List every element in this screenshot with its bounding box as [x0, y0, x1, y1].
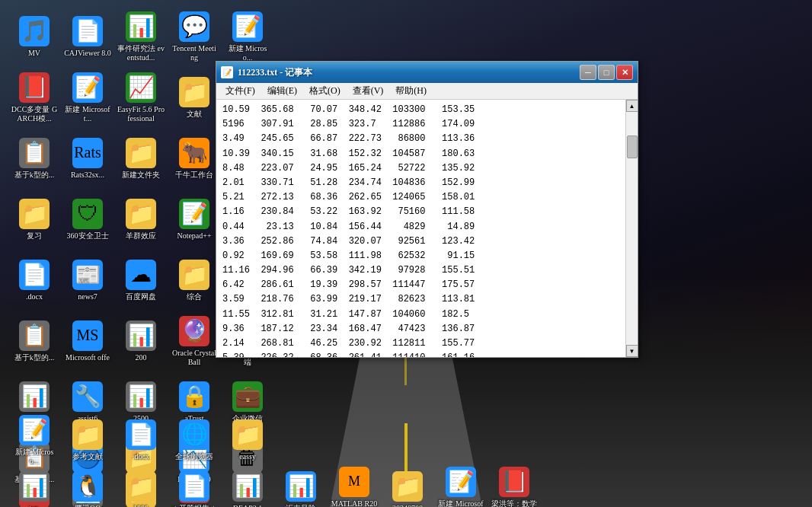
scroll-up-button[interactable]: ▲: [626, 100, 638, 112]
icon-docx[interactable]: 📄 .docx: [8, 251, 61, 309]
lianghong-icon: 📕: [499, 467, 529, 497]
notepad-window: 📝 112233.txt - 记事本 ─ □ ✕ 文件(F) 编辑(E) 格式(…: [216, 61, 638, 358]
xinjian2-icon: 📝: [72, 72, 103, 103]
icon-kaiti-baogao[interactable]: 📄 开题报告: [168, 463, 221, 507]
title-bar-left: 📝 112233.txt - 记事本: [221, 66, 312, 79]
icon-tvp-label: tvp: [30, 504, 40, 508]
docx-icon: 📄: [19, 260, 50, 290]
icon-eassy-label: eassy: [239, 452, 256, 461]
menu-help[interactable]: 帮助(H): [389, 83, 433, 99]
icon-xinjian4[interactable]: 📝 新建 Microsoft...: [434, 463, 488, 507]
icon-baidu-pan-label: 百度网盘: [126, 292, 156, 301]
icon-xinjian3[interactable]: 📝 新建 Microso...: [8, 411, 61, 469]
scroll-down-button[interactable]: ▼: [626, 345, 638, 357]
baidu-pan-icon: ☁: [126, 260, 156, 290]
icon-huifeng-label: 汇丰风险: [286, 504, 316, 508]
icon-cajviewer-label: CAJViewer 8.0: [64, 49, 111, 58]
jiyu-k-icon: 📋: [19, 320, 50, 351]
icon-easyfit[interactable]: 📈 EasyFit 5.6 Professional: [114, 69, 168, 126]
icon-xinjian1[interactable]: 📝 新建 Microso...: [221, 8, 274, 65]
scroll-track[interactable]: [626, 112, 638, 345]
icon-deap[interactable]: 📊 DEAP2.1: [221, 463, 274, 507]
tvp-icon: 📊: [19, 471, 50, 502]
icon-xinjian-wenjian[interactable]: 📁 新建文件夹: [114, 129, 168, 187]
icon-liulanqi-label: 全球浏览器: [175, 452, 213, 461]
menu-format[interactable]: 格式(O): [303, 83, 347, 99]
icon-360-label: 360安全卫士: [67, 231, 109, 241]
menu-view[interactable]: 查看(V): [347, 83, 390, 99]
notepad-text[interactable]: 10.59 365.68 70.07 348.42 103300 153.35 …: [216, 100, 625, 357]
icon-rats32[interactable]: Rats Rats32sx...: [61, 129, 114, 187]
tencent-meeting-icon: 💬: [179, 11, 209, 42]
icon-qq-label: 腾讯QQ: [75, 504, 101, 508]
icon-deap-label: DEAP2.1: [233, 504, 263, 508]
icon-xinjian1-label: 新建 Microso...: [224, 44, 271, 62]
icon-matlab[interactable]: M MATLAB R2015b: [328, 463, 381, 507]
xinjian3-icon: 📝: [19, 415, 50, 445]
icon-huifeng[interactable]: 📊 汇丰风险: [274, 463, 328, 507]
icon-mv[interactable]: 🎵 MV: [8, 8, 61, 65]
icon-tencent-meeting[interactable]: 💬 Tencent Meeting: [168, 8, 221, 65]
menu-file[interactable]: 文件(F): [219, 83, 261, 99]
close-button[interactable]: ✕: [616, 65, 633, 80]
notepad-scrollbar[interactable]: ▲ ▼: [625, 100, 638, 357]
cankaowenxian-icon: 📁: [72, 419, 103, 450]
icon-cajviewer[interactable]: 📄 CAJViewer 8.0: [61, 8, 114, 65]
icon-docx2-label: .docx: [133, 452, 149, 461]
icon-liulanqi[interactable]: 🌐 全球浏览器: [168, 411, 221, 469]
menu-edit[interactable]: 编辑(E): [261, 83, 303, 99]
icon-qq[interactable]: 🐧 腾讯QQ: [61, 463, 114, 507]
xinjian1-icon: 📝: [232, 11, 263, 42]
icon-tencent-meeting-label: Tencent Meeting: [171, 44, 218, 62]
easyfit-icon: 📈: [126, 72, 156, 103]
icon-baidu-pan[interactable]: ☁ 百度网盘: [114, 251, 168, 309]
xinjian4-icon: 📝: [446, 467, 476, 497]
microsoft-office-icon: MS: [72, 320, 103, 351]
riqibo-icon: 📁: [392, 471, 423, 502]
icon-dcc-label: DCC多变量 GARCH模...: [11, 105, 58, 123]
maximize-button[interactable]: □: [598, 65, 615, 80]
deap-icon: 📊: [232, 471, 263, 502]
icon-cankaowenxian[interactable]: 📁 参考文献: [61, 411, 114, 469]
icon-n1000-label: 1000: [133, 504, 149, 508]
icon-microsoft-office[interactable]: MS Microsoft offe: [61, 312, 114, 370]
atrust-icon: 🔒: [179, 381, 209, 412]
icon-xinjian-wenjian-label: 新建文件夹: [122, 171, 160, 180]
icon-jiyu-k[interactable]: 📋 基于k型的...: [8, 312, 61, 370]
icon-cankaowenxian-label: 参考文献: [72, 452, 103, 461]
icon-n1000[interactable]: 📁 1000: [114, 463, 168, 507]
icon-xinjian2[interactable]: 📝 新建 Microsoft...: [61, 69, 114, 126]
wenxian-icon: 📁: [179, 77, 209, 107]
icon-news7[interactable]: 📰 news7: [61, 251, 114, 309]
icon-oracle-crystal-ball[interactable]: 🔮 Oracle Crystal Ball: [168, 312, 221, 370]
icon-wenxian[interactable]: 📁 文献: [168, 69, 221, 126]
icon-riqibo[interactable]: 📁 20240708: [381, 463, 434, 507]
icon-zonghe[interactable]: 📁 综合: [168, 251, 221, 309]
icon-fuxi[interactable]: 📁 复习: [8, 190, 61, 248]
icon-tvp[interactable]: 📊 tvp: [8, 463, 61, 507]
arima-icon: 📊: [19, 381, 50, 412]
notepad-app-icon: 📝: [221, 66, 233, 78]
notepad-title-bar[interactable]: 📝 112233.txt - 记事本 ─ □ ✕: [216, 62, 638, 83]
icon-n200[interactable]: 📊 200: [114, 312, 168, 370]
icon-lianghong[interactable]: 📕 梁洪等：数学金融...: [488, 463, 541, 507]
icon-shijiu[interactable]: 📊 事件研究法 eventstud...: [114, 8, 168, 65]
icon-wenxian-label: 文献: [187, 110, 202, 119]
icon-oracle-crystal-ball-label: Oracle Crystal Ball: [171, 349, 218, 367]
scroll-thumb[interactable]: [627, 136, 638, 158]
rats32-icon: Rats: [72, 138, 103, 168]
minimize-button[interactable]: ─: [580, 65, 596, 80]
icon-notepadpp[interactable]: 📝 Notepad++: [168, 190, 221, 248]
icon-docx2[interactable]: 📄 .docx: [114, 411, 168, 469]
desktop: 🎵 MV 📄 CAJViewer 8.0 📊 事件研究法 eventstud..…: [0, 0, 812, 507]
yangqun-icon: 📁: [126, 199, 156, 229]
icon-360[interactable]: 🛡 360安全卫士: [61, 190, 114, 248]
icon-yangqun[interactable]: 📁 羊群效应: [114, 190, 168, 248]
n1000-icon: 📁: [126, 471, 156, 502]
icon-qianlian[interactable]: 🐂 千牛工作台: [168, 129, 221, 187]
icon-n200-label: 200: [136, 353, 147, 362]
liulanqi-icon: 🌐: [179, 419, 209, 450]
icon-dcc[interactable]: 📕 DCC多变量 GARCH模...: [8, 69, 61, 126]
icon-jiyu-excel[interactable]: 📋 基于k型的...: [8, 129, 61, 187]
icon-eassy[interactable]: 📁 eassy: [221, 411, 274, 469]
